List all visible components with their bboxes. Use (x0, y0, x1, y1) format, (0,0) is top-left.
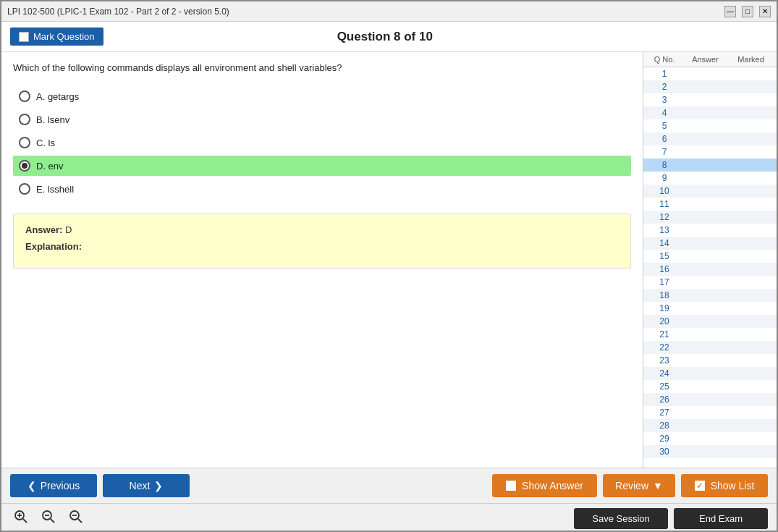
q-list-row[interactable]: 24 (643, 367, 777, 380)
body-area: Which of the following commands displays… (1, 52, 777, 468)
answer-box: Answer: D Explanation: (13, 214, 631, 269)
option-row-c[interactable]: C. ls (13, 132, 631, 153)
q-num: 3 (646, 95, 682, 105)
q-num: 1 (646, 69, 682, 79)
q-list-row[interactable]: 6 (643, 132, 777, 145)
q-list-row[interactable]: 26 (643, 393, 777, 406)
q-marked (728, 160, 774, 170)
bottom-bar: ❮ Previous Next ❯ Show Answer Review ▼ ✓… (1, 468, 777, 503)
show-answer-label: Show Answer (522, 480, 583, 491)
q-list-row[interactable]: 19 (643, 302, 777, 315)
next-chevron-icon: ❯ (154, 480, 163, 491)
next-button[interactable]: Next ❯ (103, 474, 190, 497)
col-marked: Marked (728, 55, 774, 64)
next-label: Next (130, 480, 151, 491)
q-answer (682, 251, 728, 261)
q-list-row[interactable]: 2 (643, 80, 777, 93)
q-answer (682, 186, 728, 196)
option-row-d[interactable]: D. env (13, 156, 631, 176)
q-list-row[interactable]: 4 (643, 106, 777, 119)
review-label: Review (615, 480, 648, 491)
q-num: 13 (646, 225, 682, 235)
minimize-button[interactable]: — (724, 6, 736, 17)
bottom-bar2: Save Session End Exam (1, 503, 777, 532)
review-button[interactable]: Review ▼ (603, 474, 675, 497)
q-answer (682, 342, 728, 352)
q-answer (682, 329, 728, 339)
svg-line-1 (23, 519, 27, 523)
q-list-row[interactable]: 13 (643, 224, 777, 237)
q-marked (728, 303, 774, 313)
zoom-reset-icon (41, 510, 56, 524)
q-answer (682, 381, 728, 392)
q-list-row[interactable]: 3 (643, 93, 777, 106)
q-list-row[interactable]: 30 (643, 445, 777, 458)
save-session-button[interactable]: Save Session (574, 508, 668, 529)
q-list-row[interactable]: 18 (643, 289, 777, 302)
explanation-label: Explanation: (25, 241, 82, 252)
previous-label: Previous (41, 480, 80, 491)
q-list-row[interactable]: 7 (643, 145, 777, 159)
end-exam-button[interactable]: End Exam (674, 508, 768, 529)
q-marked (728, 95, 774, 105)
zoom-in-icon (14, 510, 28, 524)
q-answer (682, 173, 728, 183)
q-list-row[interactable]: 9 (643, 172, 777, 185)
title-bar-text: LPI 102-500 (LPIC-1 Exam 102 - Part 2 of… (7, 7, 229, 17)
q-list-row[interactable]: 12 (643, 211, 777, 224)
q-marked (728, 329, 774, 339)
show-answer-button[interactable]: Show Answer (492, 474, 597, 497)
option-row-b[interactable]: B. lsenv (13, 109, 631, 130)
zoom-in-button[interactable] (10, 508, 32, 529)
q-list-row[interactable]: 15 (643, 250, 777, 263)
q-list-row[interactable]: 27 (643, 406, 777, 419)
toolbar: Mark Question Question 8 of 10 (1, 22, 777, 52)
q-list-row[interactable]: 29 (643, 432, 777, 445)
q-num: 18 (646, 290, 682, 300)
q-list-row[interactable]: 11 (643, 198, 777, 211)
show-list-button[interactable]: ✓ Show List (681, 474, 768, 497)
q-num: 9 (646, 173, 682, 183)
q-marked (728, 316, 774, 326)
q-list-row[interactable]: 23 (643, 354, 777, 367)
q-list-row[interactable]: 8 (643, 159, 777, 172)
main-content: Mark Question Question 8 of 10 Which of … (1, 22, 777, 532)
previous-button[interactable]: ❮ Previous (10, 474, 97, 497)
q-num: 30 (646, 447, 682, 457)
q-num: 19 (646, 303, 682, 313)
q-num: 15 (646, 251, 682, 261)
q-list-row[interactable]: 1 (643, 67, 777, 80)
q-answer (682, 160, 728, 170)
q-list-row[interactable]: 5 (643, 119, 777, 132)
q-list-row[interactable]: 28 (643, 419, 777, 432)
q-list-row[interactable]: 22 (643, 341, 777, 354)
zoom-reset-button[interactable] (38, 508, 59, 529)
q-marked (728, 186, 774, 196)
q-num: 6 (646, 134, 682, 144)
q-answer (682, 408, 728, 418)
q-list-row[interactable]: 14 (643, 237, 777, 250)
maximize-button[interactable]: □ (742, 6, 753, 17)
q-answer (682, 277, 728, 287)
svg-line-8 (78, 519, 82, 523)
q-answer (682, 303, 728, 313)
col-answer: Answer (682, 55, 728, 64)
q-list-row[interactable]: 16 (643, 263, 777, 276)
q-list-row[interactable]: 25 (643, 380, 777, 393)
col-qno: Q No. (646, 55, 682, 64)
close-button[interactable]: ✕ (759, 6, 771, 17)
mark-question-label: Mark Question (33, 31, 95, 42)
q-num: 21 (646, 329, 682, 339)
q-answer (682, 394, 728, 405)
answer-value: D (65, 224, 72, 235)
option-row-a[interactable]: A. getargs (13, 86, 631, 106)
q-list-row[interactable]: 17 (643, 276, 777, 289)
zoom-out-button[interactable] (65, 508, 87, 529)
mark-question-button[interactable]: Mark Question (10, 28, 103, 46)
q-list-row[interactable]: 21 (643, 328, 777, 341)
option-row-e[interactable]: E. lsshell (13, 179, 631, 199)
q-list-row[interactable]: 20 (643, 315, 777, 328)
q-num: 17 (646, 277, 682, 287)
q-num: 23 (646, 355, 682, 366)
q-list-row[interactable]: 10 (643, 185, 777, 198)
